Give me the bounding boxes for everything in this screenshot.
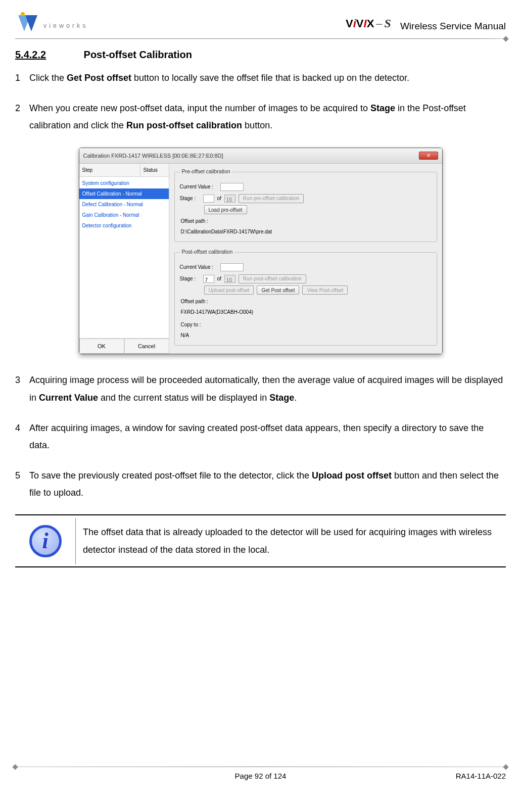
step-list-header: Step Status	[79, 164, 169, 177]
vieworks-logo: vieworks	[15, 10, 88, 35]
post-copy-label: Copy to :	[180, 320, 432, 329]
step-list-pane: Step Status System configuration Offset …	[79, 164, 169, 354]
step-item: 4 After acquiring images, a window for s…	[15, 419, 506, 454]
step-list[interactable]: System configuration Offset Calibration …	[79, 177, 169, 338]
calibration-dialog-screenshot: Calibration FXRD-1417 WIRELESS [00:0E:8E…	[15, 148, 506, 355]
step-item: 1 Click the Get Post offset button to lo…	[15, 69, 506, 86]
post-copy-value: N/A	[180, 330, 432, 340]
section-number: 5.4.2.2	[15, 45, 81, 64]
doc-title: Wireless Service Manual	[400, 17, 506, 35]
dialog-footer-buttons: OK Cancel	[79, 338, 169, 354]
view-post-offset-button[interactable]: View Post-offset	[302, 285, 348, 295]
info-note-box: i The offset data that is already upload…	[15, 514, 506, 567]
post-stage-input[interactable]: 7	[203, 275, 214, 283]
info-note-text: The offset data that is already uploaded…	[76, 515, 506, 566]
post-offset-group: Post-offset calibration Current Value : …	[174, 247, 437, 346]
info-icon: i	[29, 525, 62, 557]
step-row-selected[interactable]: Offset Calibration - Normal	[79, 188, 169, 199]
page-header: vieworks V i V I X – S Wireless Service …	[15, 10, 506, 37]
post-current-label: Current Value :	[180, 262, 217, 272]
pre-current-label: Current Value :	[180, 182, 217, 192]
vieworks-mark-icon	[15, 10, 40, 35]
page-number: Page 92 of 124	[15, 769, 506, 784]
pre-stage-input[interactable]	[203, 195, 214, 203]
get-post-offset-button[interactable]: Get Post offset	[257, 285, 299, 295]
footer-rule	[15, 767, 506, 767]
run-post-offset-button[interactable]: Run post-offset calibration	[239, 274, 306, 283]
post-current-value-input[interactable]	[220, 263, 244, 271]
pre-offset-group: Pre-offset calibration Current Value : S…	[174, 167, 437, 242]
post-offset-legend: Post-offset calibration	[180, 247, 235, 257]
post-path-label: Offset path :	[180, 297, 432, 306]
step-row[interactable]: Detector configuration	[79, 220, 169, 231]
header-rule	[15, 38, 506, 39]
close-button[interactable]: ✕	[419, 152, 438, 160]
section-heading: 5.4.2.2 Post-offset Calibration	[15, 45, 506, 64]
run-pre-offset-button[interactable]: Run pre-offset calibration	[239, 194, 304, 203]
step-item: 3 Acquiring image process will be procee…	[15, 371, 506, 406]
step-row[interactable]: System configuration	[79, 178, 169, 188]
steps-list: 1 Click the Get Post offset button to lo…	[15, 69, 506, 134]
post-path-value: FXRD-1417WA(D3CABH-O004)	[180, 307, 432, 317]
pre-offset-legend: Pre-offset calibration	[180, 167, 232, 177]
vivix-logo: V i V I X – S	[346, 12, 391, 35]
post-stage-total: 10	[224, 275, 235, 283]
upload-post-offset-button[interactable]: Upload post-offset	[204, 285, 254, 295]
step-item: 5 To save the previously created post-of…	[15, 467, 506, 501]
calibration-dialog: Calibration FXRD-1417 WIRELESS [00:0E:8E…	[79, 148, 443, 355]
section-title: Post-offset Calibration	[84, 45, 192, 64]
cancel-button[interactable]: Cancel	[124, 339, 169, 354]
dialog-title: Calibration FXRD-1417 WIRELESS [00:0E:8E…	[83, 151, 223, 161]
load-pre-offset-button[interactable]: Load pre-offset	[204, 205, 247, 214]
pre-path-value: D:\CalibrationData\FXRD-1417W\pre.dat	[180, 227, 432, 236]
post-stage-label: Stage :	[180, 274, 200, 283]
svg-point-0	[21, 12, 25, 16]
pre-current-value-input[interactable]	[220, 183, 244, 191]
pre-path-label: Offset path :	[180, 216, 432, 226]
pre-stage-total: 10	[224, 195, 235, 203]
step-item: 2 When you create new post-offset data, …	[15, 100, 506, 134]
step-row[interactable]: Gain Calibration - Normal	[79, 210, 169, 220]
pre-stage-label: Stage :	[180, 194, 200, 203]
page-footer: Page 92 of 124 RA14-11A-022	[15, 767, 506, 784]
ok-button[interactable]: OK	[79, 339, 124, 354]
vieworks-logo-text: vieworks	[43, 20, 88, 32]
step-row[interactable]: Defect Calibration - Normal	[79, 199, 169, 210]
dialog-titlebar: Calibration FXRD-1417 WIRELESS [00:0E:8E…	[79, 148, 442, 164]
steps-list-continued: 3 Acquiring image process will be procee…	[15, 371, 506, 501]
